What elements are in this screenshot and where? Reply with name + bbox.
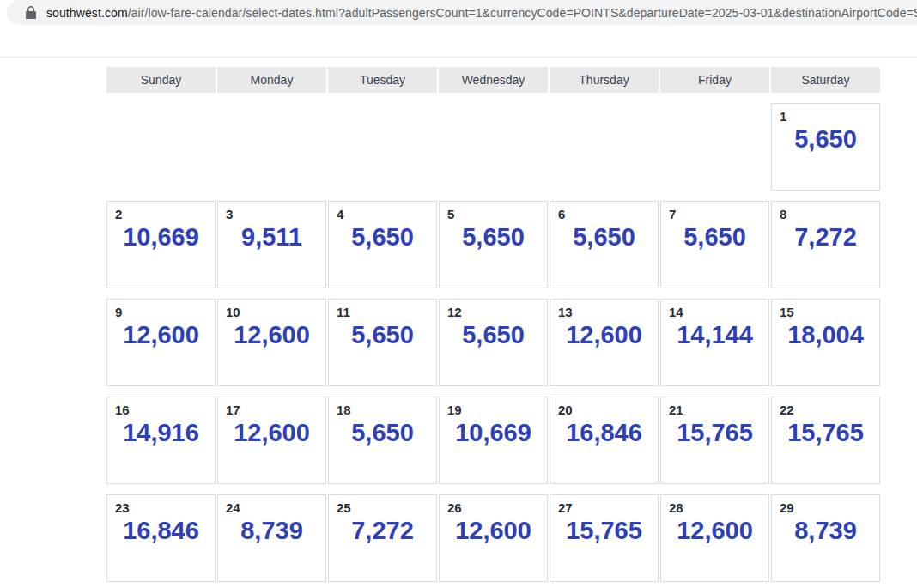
day-number: 23 [115,500,207,515]
day-number: 27 [558,500,650,515]
fare-points: 8,739 [226,517,318,545]
calendar-day-cell[interactable]: 15 18,004 [771,299,880,386]
day-number: 19 [447,403,539,417]
calendar-day-cell[interactable]: 27 15,765 [550,494,659,582]
fare-points: 12,600 [447,517,539,545]
fare-points: 12,600 [669,517,761,545]
fare-points: 14,144 [669,321,761,349]
calendar-day-cell[interactable]: 24 8,739 [217,494,326,582]
day-number: 11 [337,305,428,319]
day-number: 16 [115,403,207,417]
low-fare-calendar: Sunday Monday Tuesday Wednesday Thursday… [106,67,880,582]
fare-points: 12,600 [115,321,207,349]
calendar-day-cell[interactable]: 17 12,600 [217,397,326,484]
day-number: 10 [226,305,318,319]
day-number: 15 [780,305,871,319]
calendar-day-cell[interactable]: 10 12,600 [217,299,326,386]
calendar-day-cell[interactable]: 21 15,765 [660,397,769,484]
calendar-day-cell[interactable]: 28 12,600 [660,494,769,582]
fare-points: 5,650 [447,223,539,252]
day-number: 20 [558,403,650,417]
calendar-day-cell[interactable]: 23 16,846 [106,494,216,582]
calendar-day-cell[interactable]: 9 12,600 [106,299,216,386]
empty-day-cell [106,103,216,191]
url-domain: southwest.com [46,6,128,20]
fare-points: 18,004 [780,321,871,349]
fare-points: 16,846 [115,517,207,545]
fare-points: 7,272 [780,223,871,252]
calendar-day-cell[interactable]: 3 9,511 [217,201,326,288]
calendar-day-cell[interactable]: 13 12,600 [550,299,659,386]
content-divider [0,57,917,58]
browser-toolbar: southwest.com/air/low-fare-calendar/sele… [0,0,917,27]
day-number: 6 [558,207,650,221]
calendar-day-cell[interactable]: 18 5,650 [328,397,437,484]
fare-points: 5,650 [558,223,650,252]
fare-points: 7,272 [337,517,428,545]
weekday-header: Tuesday [328,67,437,93]
fare-points: 16,846 [558,419,650,447]
weekday-header: Saturday [771,67,880,93]
day-number: 28 [669,500,761,515]
day-number: 25 [337,500,428,515]
fare-points: 5,650 [337,223,428,252]
url-text: southwest.com/air/low-fare-calendar/sele… [46,6,917,20]
weekday-header: Monday [217,67,326,93]
day-number: 22 [780,403,871,417]
fare-points: 10,669 [447,419,539,447]
day-number: 26 [447,500,539,515]
url-path: /air/low-fare-calendar/select-dates.html… [128,6,917,20]
fare-points: 5,650 [337,321,428,349]
empty-day-cell [439,103,548,191]
fare-points: 12,600 [558,321,650,349]
calendar-day-cell[interactable]: 1 5,650 [771,103,880,191]
page-top-spacer [0,27,917,57]
calendar-day-cell[interactable]: 12 5,650 [439,299,548,386]
day-number: 12 [447,305,539,319]
fare-points: 5,650 [337,419,428,447]
calendar-day-cell[interactable]: 14 14,144 [660,299,769,386]
calendar-day-cell[interactable]: 8 7,272 [771,201,880,288]
fare-points: 15,765 [780,419,871,447]
calendar-day-cell[interactable]: 26 12,600 [439,494,548,582]
calendar-day-cell[interactable]: 19 10,669 [439,397,548,484]
day-number: 5 [447,207,539,221]
weekday-header: Thursday [550,67,659,93]
calendar-day-cell[interactable]: 4 5,650 [328,201,437,288]
calendar-day-cell[interactable]: 29 8,739 [771,494,880,582]
day-number: 7 [669,207,761,221]
fare-points: 5,650 [669,223,761,252]
calendar-day-cell[interactable]: 25 7,272 [328,494,437,582]
calendar-day-cell[interactable]: 16 14,916 [106,397,216,484]
fare-points: 15,765 [558,517,650,545]
lock-icon[interactable] [26,6,36,19]
fare-points: 15,765 [669,419,761,447]
weekday-header: Friday [660,67,769,93]
address-bar[interactable]: southwest.com/air/low-fare-calendar/sele… [7,0,917,25]
weekday-header-row: Sunday Monday Tuesday Wednesday Thursday… [106,67,880,93]
day-number: 17 [226,403,318,417]
calendar-day-cell[interactable]: 7 5,650 [660,201,769,288]
fare-points: 5,650 [780,125,871,154]
calendar-day-cell[interactable]: 5 5,650 [439,201,548,288]
day-number: 8 [780,207,871,221]
calendar-grid: 1 5,650 2 10,669 3 9,511 4 5,650 5 5,650… [106,103,880,582]
weekday-header: Sunday [106,67,216,93]
day-number: 13 [558,305,650,319]
empty-day-cell [217,103,326,191]
calendar-day-cell[interactable]: 20 16,846 [550,397,659,484]
day-number: 2 [115,207,207,221]
fare-points: 5,650 [447,321,539,349]
empty-day-cell [328,103,437,191]
day-number: 3 [226,207,318,221]
fare-points: 12,600 [226,419,318,447]
calendar-day-cell[interactable]: 2 10,669 [106,201,216,288]
fare-points: 9,511 [226,223,318,252]
fare-points: 12,600 [226,321,318,349]
weekday-header: Wednesday [439,67,548,93]
calendar-day-cell[interactable]: 22 15,765 [771,397,880,484]
day-number: 24 [226,500,318,515]
calendar-day-cell[interactable]: 11 5,650 [328,299,437,386]
fare-points: 10,669 [115,223,207,252]
calendar-day-cell[interactable]: 6 5,650 [550,201,659,288]
